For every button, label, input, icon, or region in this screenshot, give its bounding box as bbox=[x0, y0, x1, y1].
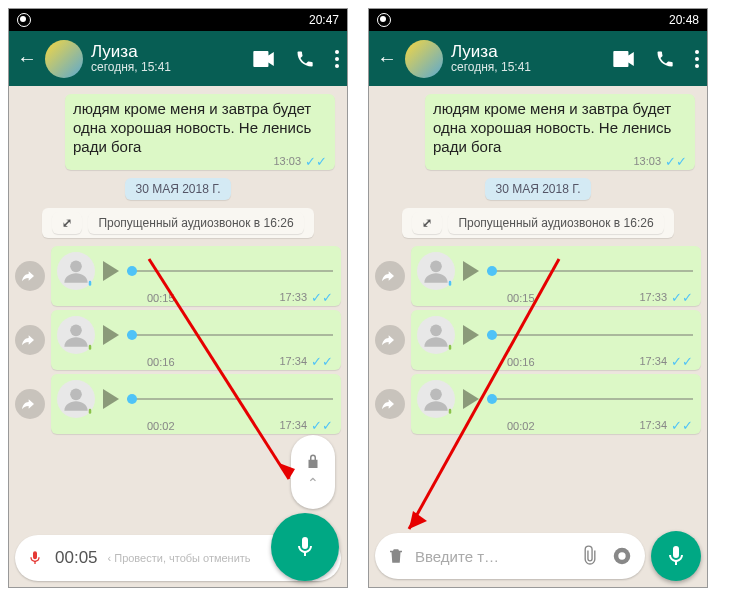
play-icon[interactable] bbox=[103, 389, 119, 409]
date-separator: 30 МАЯ 2018 Г. bbox=[15, 178, 341, 200]
input-bar-recording: 00:05 ‹Провести, чтобы отменить bbox=[15, 535, 341, 581]
header-text[interactable]: Луиза сегодня, 15:41 bbox=[91, 43, 245, 75]
svg-point-2 bbox=[335, 64, 339, 68]
forward-button[interactable] bbox=[375, 261, 405, 291]
read-ticks-icon: ✓✓ bbox=[671, 419, 693, 432]
back-icon[interactable]: ← bbox=[377, 47, 397, 70]
chat-header[interactable]: ← Луиза сегодня, 15:41 bbox=[369, 31, 707, 86]
outgoing-message[interactable]: людям кроме меня и завтра будет одна хор… bbox=[425, 94, 695, 170]
svg-point-0 bbox=[335, 50, 339, 54]
lock-recording-hint[interactable]: ⌃ bbox=[291, 435, 335, 509]
voice-bubble[interactable]: 00:16 17:34✓✓ bbox=[51, 310, 341, 370]
video-call-icon[interactable] bbox=[253, 51, 275, 67]
input-bar: Введите т… bbox=[375, 531, 701, 581]
contact-avatar[interactable] bbox=[45, 40, 83, 78]
camera-icon[interactable] bbox=[611, 545, 633, 567]
voice-track[interactable] bbox=[487, 398, 693, 400]
record-voice-button[interactable] bbox=[651, 531, 701, 581]
voice-track[interactable] bbox=[127, 270, 333, 272]
message-time: 13:03 bbox=[273, 155, 301, 169]
mic-badge-icon bbox=[443, 406, 457, 420]
last-seen: сегодня, 15:41 bbox=[451, 61, 605, 74]
chat-area[interactable]: людям кроме меня и завтра будет одна хор… bbox=[369, 86, 707, 529]
contact-name: Луиза bbox=[451, 43, 605, 62]
menu-icon[interactable] bbox=[335, 50, 339, 68]
attach-icon[interactable] bbox=[579, 545, 601, 567]
input-placeholder: Введите т… bbox=[415, 548, 569, 565]
contact-name: Луиза bbox=[91, 43, 245, 62]
read-ticks-icon: ✓✓ bbox=[665, 155, 687, 168]
voice-duration: 00:16 bbox=[507, 356, 535, 368]
recording-elapsed: 00:05 bbox=[55, 548, 98, 568]
forward-button[interactable] bbox=[15, 389, 45, 419]
message-text: людям кроме меня и завтра будет одна хор… bbox=[433, 100, 671, 155]
play-icon[interactable] bbox=[463, 261, 479, 281]
voice-track[interactable] bbox=[487, 334, 693, 336]
voice-bubble[interactable]: 00:15 17:33✓✓ bbox=[411, 246, 701, 306]
voice-message-row: 00:16 17:34✓✓ bbox=[15, 310, 341, 370]
forward-button[interactable] bbox=[375, 389, 405, 419]
forward-button[interactable] bbox=[15, 325, 45, 355]
svg-point-5 bbox=[70, 389, 82, 401]
sender-avatar bbox=[417, 380, 455, 418]
missed-call-icon: ⤢ bbox=[412, 212, 442, 234]
voice-time: 17:33 bbox=[279, 291, 307, 304]
play-icon[interactable] bbox=[103, 325, 119, 345]
back-icon[interactable]: ← bbox=[17, 47, 37, 70]
svg-point-12 bbox=[430, 325, 442, 337]
forward-button[interactable] bbox=[375, 325, 405, 355]
record-voice-button[interactable] bbox=[271, 513, 339, 581]
voice-track[interactable] bbox=[127, 398, 333, 400]
notification-icon bbox=[377, 13, 391, 27]
voice-bubble[interactable]: 00:16 17:34✓✓ bbox=[411, 310, 701, 370]
voice-bubble[interactable]: 00:02 17:34✓✓ bbox=[51, 374, 341, 434]
header-text[interactable]: Луиза сегодня, 15:41 bbox=[451, 43, 605, 75]
sender-avatar bbox=[57, 316, 95, 354]
message-text: людям кроме меня и завтра будет одна хор… bbox=[73, 100, 311, 155]
trash-icon[interactable] bbox=[387, 546, 405, 566]
voice-bubble[interactable]: 00:02 17:34✓✓ bbox=[411, 374, 701, 434]
read-ticks-icon: ✓✓ bbox=[311, 355, 333, 368]
video-call-icon[interactable] bbox=[613, 51, 635, 67]
read-ticks-icon: ✓✓ bbox=[671, 291, 693, 304]
voice-message-row: 00:15 17:33✓✓ bbox=[375, 246, 701, 306]
voice-call-icon[interactable] bbox=[655, 49, 675, 69]
chat-header[interactable]: ← Луиза сегодня, 15:41 bbox=[9, 31, 347, 86]
svg-point-9 bbox=[695, 57, 699, 61]
play-icon[interactable] bbox=[463, 389, 479, 409]
voice-duration: 00:02 bbox=[507, 420, 535, 432]
message-input-pill[interactable]: Введите т… bbox=[375, 533, 645, 579]
recording-mic-icon bbox=[27, 548, 43, 568]
voice-time: 17:34 bbox=[279, 355, 307, 368]
sender-avatar bbox=[417, 252, 455, 290]
svg-point-10 bbox=[695, 64, 699, 68]
screenshot-right: 20:48 ← Луиза сегодня, 15:41 людям кроме… bbox=[368, 8, 708, 588]
status-time: 20:47 bbox=[309, 13, 339, 27]
read-ticks-icon: ✓✓ bbox=[311, 419, 333, 432]
statusbar: 20:48 bbox=[369, 9, 707, 31]
svg-point-8 bbox=[695, 50, 699, 54]
outgoing-message[interactable]: людям кроме меня и завтра будет одна хор… bbox=[65, 94, 335, 170]
voice-time: 17:34 bbox=[639, 419, 667, 432]
mic-badge-icon bbox=[83, 406, 97, 420]
play-icon[interactable] bbox=[103, 261, 119, 281]
voice-track[interactable] bbox=[127, 334, 333, 336]
missed-call-notice[interactable]: ⤢Пропущенный аудиозвонок в 16:26 bbox=[375, 208, 701, 238]
mic-badge-icon bbox=[83, 342, 97, 356]
voice-call-icon[interactable] bbox=[295, 49, 315, 69]
play-icon[interactable] bbox=[463, 325, 479, 345]
forward-button[interactable] bbox=[15, 261, 45, 291]
menu-icon[interactable] bbox=[695, 50, 699, 68]
date-separator: 30 МАЯ 2018 Г. bbox=[375, 178, 701, 200]
missed-call-notice[interactable]: ⤢Пропущенный аудиозвонок в 16:26 bbox=[15, 208, 341, 238]
voice-message-row: 00:02 17:34✓✓ bbox=[15, 374, 341, 434]
voice-bubble[interactable]: 00:15 17:33✓✓ bbox=[51, 246, 341, 306]
voice-time: 17:33 bbox=[639, 291, 667, 304]
voice-track[interactable] bbox=[487, 270, 693, 272]
read-ticks-icon: ✓✓ bbox=[671, 355, 693, 368]
svg-point-15 bbox=[618, 552, 625, 559]
contact-avatar[interactable] bbox=[405, 40, 443, 78]
voice-duration: 00:16 bbox=[147, 356, 175, 368]
mic-icon bbox=[293, 535, 317, 559]
svg-point-4 bbox=[70, 325, 82, 337]
